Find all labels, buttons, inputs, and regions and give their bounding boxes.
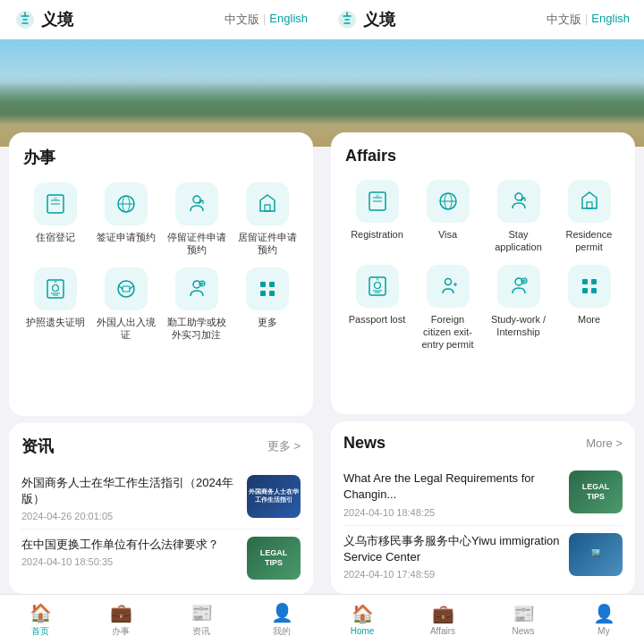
svg-rect-24 — [269, 282, 275, 287]
left-news-item-2[interactable]: 在中国更换工作单位有什么法律要求？ 2024-04-10 18:50:35 LE… — [21, 530, 301, 587]
left-affair-visa[interactable]: 签证申请预约 — [94, 182, 157, 257]
left-affair-passport[interactable]: ✕ 护照遗失证明 — [23, 267, 87, 342]
studywork-label: 勤工助学或校外实习加注 — [165, 316, 228, 342]
left-nav-affairs[interactable]: 💼 办事 — [80, 595, 161, 644]
left-news-text-1: 外国商务人士在华工作生活指引（2024年版） 2024-04-26 20:01:… — [21, 475, 238, 521]
left-nav-mine-label: 我的 — [273, 625, 291, 638]
logo-icon — [14, 9, 36, 30]
home-nav-icon: 🏠 — [30, 602, 52, 623]
left-affair-foreigners[interactable]: 外国人出入境证 — [94, 267, 157, 342]
thumb-text-2: LEGALTIPS — [260, 548, 288, 568]
left-nav-mine[interactable]: 👤 我的 — [242, 595, 322, 644]
left-affair-registration[interactable]: 住宿登记 — [23, 182, 87, 257]
left-affair-more[interactable]: 更多 — [235, 267, 299, 342]
foreigners-icon — [114, 276, 139, 301]
right-lang-en[interactable]: English — [591, 12, 630, 28]
right-logo[interactable]: 义境 — [336, 9, 395, 30]
more-grid-icon — [255, 276, 280, 301]
right-news-date-1: 2024-04-10 18:48:25 — [343, 507, 560, 518]
right-visa-label: Visa — [438, 228, 457, 241]
left-news-section: 资讯 更多 > 外国商务人士在华工作生活指引（2024年版） 2024-04-2… — [9, 423, 313, 594]
right-news-text-1: What Are the Legal Requirements for Chan… — [343, 470, 560, 517]
right-affair-stay[interactable]: Stay application — [487, 180, 550, 254]
left-logo[interactable]: 义境 — [14, 9, 73, 30]
right-nav-home[interactable]: 🏠 Home — [322, 595, 402, 644]
right-hero-image — [322, 39, 644, 147]
left-affair-residence[interactable]: 居留证件申请预约 — [235, 182, 299, 257]
right-studywork-label: Study-work / Internship — [487, 313, 550, 339]
right-affair-passport[interactable]: ✕ Passport lost — [345, 265, 409, 352]
visa-icon — [114, 191, 139, 216]
right-nav-affairs[interactable]: 💼 Affairs — [402, 595, 483, 644]
residence-icon — [255, 191, 280, 216]
svg-rect-23 — [260, 282, 266, 287]
left-news-title: 资讯 — [21, 436, 54, 457]
foreigners-icon-wrap — [105, 267, 148, 310]
right-home-nav-icon: 🏠 — [352, 603, 374, 624]
passport-icon: ✕ — [43, 276, 68, 301]
right-nav-news[interactable]: 📰 News — [483, 595, 564, 644]
right-affair-registration[interactable]: Registration — [345, 180, 409, 254]
right-lang-cn[interactable]: 中文版 — [547, 12, 581, 28]
svg-rect-26 — [269, 291, 275, 296]
right-visa-icon-wrap — [427, 180, 470, 223]
right-studywork-icon-wrap — [497, 265, 540, 308]
right-registration-icon — [365, 189, 390, 214]
more-icon-wrap — [246, 267, 289, 310]
residence-icon-wrap — [246, 182, 289, 225]
right-affair-studywork[interactable]: Study-work / Internship — [487, 265, 550, 352]
thumb-text-1: 外国商务人士在华工作生活指引 — [249, 488, 299, 504]
right-residence-icon-wrap — [568, 180, 611, 223]
right-nav-home-label: Home — [351, 626, 375, 636]
svg-rect-11 — [265, 205, 270, 211]
right-affairs-grid: Registration Visa — [345, 180, 621, 351]
right-nav-mine[interactable]: 👤 My — [564, 595, 644, 644]
svg-point-17 — [118, 281, 134, 297]
left-affairs-title: 办事 — [23, 147, 299, 168]
left-nav-news[interactable]: 📰 资讯 — [161, 595, 242, 644]
left-affair-stay[interactable]: 停留证件申请预约 — [165, 182, 228, 257]
lang-divider: | — [263, 12, 266, 28]
right-news-title-2: 义乌市移民事务服务中心Yiwu immigration Service Cent… — [343, 533, 560, 565]
right-logo-icon — [336, 9, 358, 30]
svg-point-40 — [374, 282, 380, 288]
passport-icon-wrap: ✕ — [34, 267, 77, 310]
right-news-item-2[interactable]: 义乌市移民事务服务中心Yiwu immigration Service Cent… — [343, 526, 623, 587]
right-more-label: More — [578, 313, 600, 326]
right-passport-icon: ✕ — [365, 274, 390, 299]
mine-nav-icon: 👤 — [271, 602, 293, 623]
right-thumb-text-2: 🏙️ — [591, 549, 600, 558]
right-lang-divider: | — [585, 12, 588, 28]
left-news-header: 资讯 更多 > — [21, 436, 301, 457]
svg-rect-50 — [591, 279, 597, 284]
right-visa-icon — [436, 189, 461, 214]
right-more-grid-icon — [577, 274, 602, 299]
right-stay-icon — [506, 189, 531, 214]
left-news-thumb-1: 外国商务人士在华工作生活指引 — [247, 475, 301, 518]
left-logo-text: 义境 — [41, 9, 73, 30]
left-news-item-1[interactable]: 外国商务人士在华工作生活指引（2024年版） 2024-04-26 20:01:… — [21, 468, 301, 530]
left-news-date-2: 2024-04-10 18:50:35 — [21, 556, 238, 567]
svg-point-31 — [376, 194, 379, 198]
right-news-item-1[interactable]: What Are the Legal Requirements for Chan… — [343, 463, 623, 525]
left-lang-en[interactable]: English — [269, 12, 308, 28]
right-affair-residence[interactable]: Residence permit — [557, 180, 621, 254]
svg-point-35 — [515, 193, 522, 200]
right-news-more[interactable]: More > — [586, 436, 623, 450]
stay-icon-wrap — [175, 182, 218, 225]
left-panel: 义境 中文版 | English 办事 — [0, 0, 322, 644]
right-affair-visa[interactable]: Visa — [416, 180, 479, 254]
right-stay-label: Stay application — [487, 228, 550, 254]
left-affair-studywork[interactable]: 勤工助学或校外实习加注 — [165, 267, 228, 342]
right-foreign-permit-icon-wrap — [427, 265, 470, 308]
left-news-title-2: 在中国更换工作单位有什么法律要求？ — [21, 537, 238, 553]
left-nav-home[interactable]: 🏠 首页 — [0, 595, 80, 644]
stay-label: 停留证件申请预约 — [165, 231, 228, 257]
left-news-more[interactable]: 更多 > — [267, 438, 301, 454]
right-affair-more[interactable]: More — [557, 265, 621, 352]
right-affair-foreign-permit[interactable]: Foreign citizen exit-entry permit — [416, 265, 479, 352]
left-header: 义境 中文版 | English — [0, 0, 322, 39]
left-lang-cn[interactable]: 中文版 — [225, 12, 259, 28]
visa-icon-wrap — [105, 182, 148, 225]
right-news-date-2: 2024-04-10 17:48:59 — [343, 569, 560, 580]
